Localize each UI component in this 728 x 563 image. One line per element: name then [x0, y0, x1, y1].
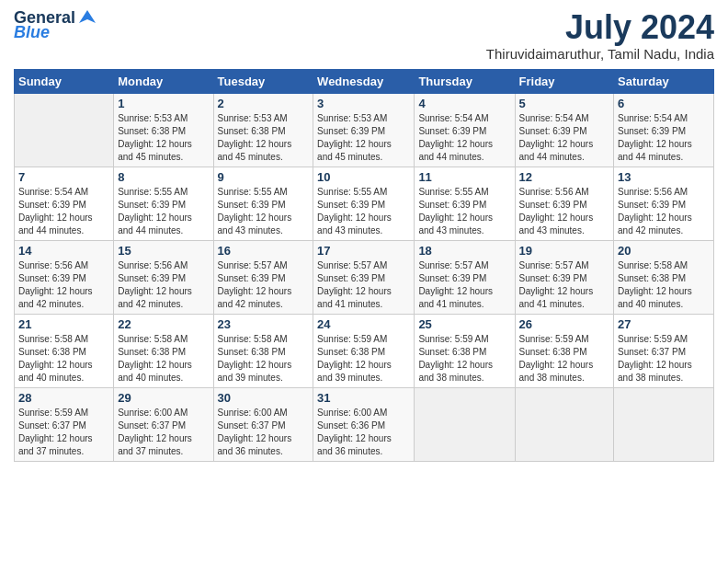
day-number: 2 [218, 97, 310, 110]
calendar-week-row: 14Sunrise: 5:56 AM Sunset: 6:39 PM Dayli… [15, 240, 714, 314]
day-info: Sunrise: 5:54 AM Sunset: 6:39 PM Dayligh… [618, 112, 710, 164]
calendar-cell: 15Sunrise: 5:56 AM Sunset: 6:39 PM Dayli… [114, 240, 213, 314]
day-number: 1 [118, 97, 209, 110]
calendar-cell: 1Sunrise: 5:53 AM Sunset: 6:38 PM Daylig… [114, 93, 213, 167]
day-info: Sunrise: 5:53 AM Sunset: 6:39 PM Dayligh… [317, 112, 410, 164]
day-info: Sunrise: 5:53 AM Sunset: 6:38 PM Dayligh… [218, 112, 310, 164]
calendar-cell: 11Sunrise: 5:55 AM Sunset: 6:39 PM Dayli… [415, 167, 515, 240]
day-number: 15 [118, 244, 209, 258]
calendar-cell: 9Sunrise: 5:55 AM Sunset: 6:39 PM Daylig… [213, 167, 313, 240]
logo-bird-icon [77, 6, 97, 27]
day-info: Sunrise: 5:58 AM Sunset: 6:38 PM Dayligh… [218, 333, 310, 385]
day-number: 19 [519, 244, 610, 258]
day-number: 9 [218, 170, 310, 184]
day-info: Sunrise: 5:59 AM Sunset: 6:38 PM Dayligh… [418, 333, 510, 385]
calendar-week-row: 21Sunrise: 5:58 AM Sunset: 6:38 PM Dayli… [15, 314, 714, 387]
calendar-cell: 17Sunrise: 5:57 AM Sunset: 6:39 PM Dayli… [313, 240, 415, 314]
day-info: Sunrise: 5:58 AM Sunset: 6:38 PM Dayligh… [618, 259, 710, 311]
logo-text-blue: Blue [14, 24, 50, 42]
calendar-cell: 10Sunrise: 5:55 AM Sunset: 6:39 PM Dayli… [313, 167, 415, 240]
day-number: 5 [519, 97, 610, 110]
day-info: Sunrise: 5:54 AM Sunset: 6:39 PM Dayligh… [18, 186, 109, 237]
location-subtitle: Thiruvidaimaruthur, Tamil Nadu, India [486, 46, 714, 62]
calendar-week-row: 7Sunrise: 5:54 AM Sunset: 6:39 PM Daylig… [15, 167, 714, 240]
day-number: 13 [618, 170, 710, 184]
calendar-header-cell: Saturday [614, 69, 714, 93]
calendar-cell: 30Sunrise: 6:00 AM Sunset: 6:37 PM Dayli… [213, 387, 313, 461]
day-info: Sunrise: 5:54 AM Sunset: 6:39 PM Dayligh… [519, 112, 610, 164]
day-number: 28 [18, 391, 109, 405]
calendar-cell: 12Sunrise: 5:56 AM Sunset: 6:39 PM Dayli… [515, 167, 614, 240]
day-number: 30 [218, 391, 310, 405]
day-info: Sunrise: 5:53 AM Sunset: 6:38 PM Dayligh… [118, 112, 209, 164]
calendar-cell: 20Sunrise: 5:58 AM Sunset: 6:38 PM Dayli… [614, 240, 714, 314]
day-info: Sunrise: 6:00 AM Sunset: 6:37 PM Dayligh… [218, 407, 310, 458]
day-number: 8 [118, 170, 209, 184]
day-info: Sunrise: 5:55 AM Sunset: 6:39 PM Dayligh… [218, 186, 310, 237]
day-number: 26 [519, 317, 610, 331]
day-number: 18 [418, 244, 510, 258]
day-number: 21 [18, 317, 109, 331]
calendar-cell: 8Sunrise: 5:55 AM Sunset: 6:39 PM Daylig… [114, 167, 213, 240]
day-info: Sunrise: 5:56 AM Sunset: 6:39 PM Dayligh… [618, 186, 710, 237]
day-info: Sunrise: 5:56 AM Sunset: 6:39 PM Dayligh… [519, 186, 610, 237]
calendar-cell: 6Sunrise: 5:54 AM Sunset: 6:39 PM Daylig… [614, 93, 714, 167]
calendar-cell [15, 93, 114, 167]
calendar-cell: 14Sunrise: 5:56 AM Sunset: 6:39 PM Dayli… [15, 240, 114, 314]
day-info: Sunrise: 5:56 AM Sunset: 6:39 PM Dayligh… [18, 259, 109, 311]
day-number: 24 [317, 317, 410, 331]
calendar-cell: 26Sunrise: 5:59 AM Sunset: 6:38 PM Dayli… [515, 314, 614, 387]
day-number: 12 [519, 170, 610, 184]
title-block: July 2024 Thiruvidaimaruthur, Tamil Nadu… [486, 9, 714, 62]
day-number: 14 [18, 244, 109, 258]
calendar-header-cell: Thursday [415, 69, 515, 93]
day-number: 10 [317, 170, 410, 184]
day-info: Sunrise: 5:58 AM Sunset: 6:38 PM Dayligh… [18, 333, 109, 385]
page-header: General Blue July 2024 Thiruvidaimaruthu… [14, 9, 714, 62]
calendar-week-row: 1Sunrise: 5:53 AM Sunset: 6:38 PM Daylig… [15, 93, 714, 167]
day-info: Sunrise: 5:55 AM Sunset: 6:39 PM Dayligh… [418, 186, 510, 237]
day-info: Sunrise: 5:57 AM Sunset: 6:39 PM Dayligh… [418, 259, 510, 311]
calendar-body: 1Sunrise: 5:53 AM Sunset: 6:38 PM Daylig… [15, 93, 714, 461]
day-info: Sunrise: 5:55 AM Sunset: 6:39 PM Dayligh… [317, 186, 410, 237]
calendar-cell: 29Sunrise: 6:00 AM Sunset: 6:37 PM Dayli… [114, 387, 213, 461]
day-info: Sunrise: 5:57 AM Sunset: 6:39 PM Dayligh… [317, 259, 410, 311]
logo: General Blue [14, 9, 97, 42]
day-info: Sunrise: 5:59 AM Sunset: 6:37 PM Dayligh… [18, 407, 109, 458]
calendar-header-cell: Wednesday [313, 69, 415, 93]
day-info: Sunrise: 5:57 AM Sunset: 6:39 PM Dayligh… [218, 259, 310, 311]
day-number: 3 [317, 97, 410, 110]
calendar-cell: 7Sunrise: 5:54 AM Sunset: 6:39 PM Daylig… [15, 167, 114, 240]
calendar-header-cell: Monday [114, 69, 213, 93]
day-number: 11 [418, 170, 510, 184]
calendar-cell: 16Sunrise: 5:57 AM Sunset: 6:39 PM Dayli… [213, 240, 313, 314]
calendar-cell [515, 387, 614, 461]
calendar-cell: 28Sunrise: 5:59 AM Sunset: 6:37 PM Dayli… [15, 387, 114, 461]
calendar-cell: 27Sunrise: 5:59 AM Sunset: 6:37 PM Dayli… [614, 314, 714, 387]
day-number: 27 [618, 317, 710, 331]
day-info: Sunrise: 5:55 AM Sunset: 6:39 PM Dayligh… [118, 186, 209, 237]
day-number: 7 [18, 170, 109, 184]
calendar-header-cell: Sunday [15, 69, 114, 93]
day-info: Sunrise: 6:00 AM Sunset: 6:36 PM Dayligh… [317, 407, 410, 458]
calendar-cell: 18Sunrise: 5:57 AM Sunset: 6:39 PM Dayli… [415, 240, 515, 314]
day-info: Sunrise: 5:56 AM Sunset: 6:39 PM Dayligh… [118, 259, 209, 311]
svg-marker-0 [79, 10, 96, 23]
day-number: 31 [317, 391, 410, 405]
day-info: Sunrise: 5:54 AM Sunset: 6:39 PM Dayligh… [418, 112, 510, 164]
day-number: 20 [618, 244, 710, 258]
calendar-cell: 19Sunrise: 5:57 AM Sunset: 6:39 PM Dayli… [515, 240, 614, 314]
calendar-cell: 3Sunrise: 5:53 AM Sunset: 6:39 PM Daylig… [313, 93, 415, 167]
day-number: 22 [118, 317, 209, 331]
calendar-cell: 5Sunrise: 5:54 AM Sunset: 6:39 PM Daylig… [515, 93, 614, 167]
day-number: 4 [418, 97, 510, 110]
calendar-cell: 4Sunrise: 5:54 AM Sunset: 6:39 PM Daylig… [415, 93, 515, 167]
day-number: 23 [218, 317, 310, 331]
calendar-cell: 31Sunrise: 6:00 AM Sunset: 6:36 PM Dayli… [313, 387, 415, 461]
calendar-header-cell: Friday [515, 69, 614, 93]
day-info: Sunrise: 5:57 AM Sunset: 6:39 PM Dayligh… [519, 259, 610, 311]
day-number: 6 [618, 97, 710, 110]
day-number: 16 [218, 244, 310, 258]
calendar-cell: 25Sunrise: 5:59 AM Sunset: 6:38 PM Dayli… [415, 314, 515, 387]
calendar-cell: 23Sunrise: 5:58 AM Sunset: 6:38 PM Dayli… [213, 314, 313, 387]
